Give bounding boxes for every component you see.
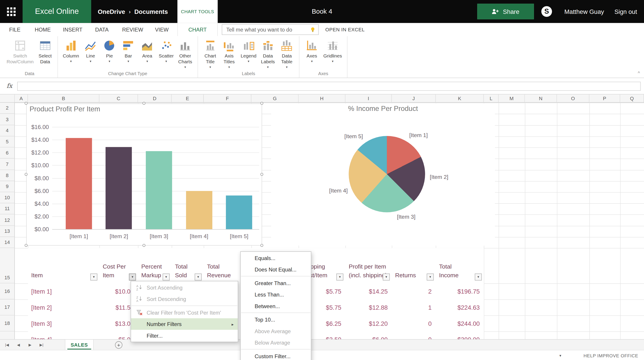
pie-chart[interactable]: % Income Per Product [Item 1][Item 2][It… bbox=[271, 104, 495, 246]
row-header-6[interactable]: 6 bbox=[0, 147, 15, 158]
row-header-5[interactable]: 5 bbox=[0, 136, 15, 148]
pie-chart-disc[interactable] bbox=[348, 136, 425, 212]
row-header-13[interactable]: 13 bbox=[0, 226, 15, 237]
ribbon-button-line[interactable]: Line▾ bbox=[82, 38, 100, 63]
menu-item-clear-filter-from-cost-per-item[interactable]: Clear Filter from 'Cost Per Item' bbox=[131, 307, 238, 318]
column-header-d[interactable]: D bbox=[138, 94, 172, 103]
column-header-a[interactable]: A bbox=[15, 94, 28, 103]
breadcrumb-onedrive[interactable]: OneDrive bbox=[98, 8, 125, 15]
ribbon-tab-data[interactable]: DATA bbox=[92, 23, 112, 36]
breadcrumb-documents[interactable]: Documents bbox=[134, 8, 168, 15]
ribbon-button-other-charts[interactable]: OtherCharts▾ bbox=[176, 38, 194, 69]
column-header-j[interactable]: J bbox=[392, 94, 436, 103]
column-header-o[interactable]: O bbox=[557, 94, 590, 103]
ribbon-tab-home[interactable]: HOME bbox=[32, 23, 54, 36]
ribbon-tab-chart[interactable]: CHART bbox=[177, 23, 218, 36]
ribbon-button-data-labels[interactable]: DataLabels▾ bbox=[259, 38, 277, 69]
bar-item-2[interactable] bbox=[106, 147, 132, 229]
chart-resize-handle[interactable] bbox=[24, 173, 28, 176]
column-header-e[interactable]: E bbox=[172, 94, 204, 103]
ribbon-tab-file[interactable]: FILE bbox=[6, 23, 23, 36]
add-sheet-button[interactable]: + bbox=[115, 341, 122, 348]
column-header-f[interactable]: F bbox=[204, 94, 251, 103]
row-header-14[interactable]: 14 bbox=[0, 237, 15, 248]
cell-B18[interactable]: [Item 3] bbox=[28, 316, 100, 332]
select-all-corner[interactable] bbox=[0, 94, 15, 103]
ribbon-button-pie[interactable]: Pie▾ bbox=[100, 38, 118, 63]
column-header-p[interactable]: P bbox=[590, 94, 620, 103]
bar-chart[interactable]: Product Profit Per Item $16.00$14.00$12.… bbox=[26, 104, 262, 246]
submenu-item-top-10[interactable]: Top 10... bbox=[240, 314, 311, 325]
bar-item-5[interactable] bbox=[226, 196, 252, 229]
submenu-item-equals[interactable]: Equals... bbox=[240, 252, 311, 264]
submenu-item-above-average[interactable]: Above Average bbox=[240, 325, 311, 337]
bar-item-4[interactable] bbox=[186, 191, 212, 229]
sheet-tab-sales[interactable]: SALES bbox=[65, 340, 94, 350]
sign-out-link[interactable]: Sign out bbox=[614, 0, 637, 23]
menu-item-sort-descending[interactable]: Sort DescendingZA bbox=[131, 293, 238, 304]
cell-B16[interactable]: [Item 1] bbox=[28, 283, 100, 300]
submenu-item-between[interactable]: Between... bbox=[240, 300, 311, 312]
first-sheet-button[interactable]: |◀ bbox=[2, 340, 12, 350]
cell-I16[interactable]: $14.25 bbox=[346, 283, 392, 300]
help-improve-office-link[interactable]: HELP IMPROVE OFFICE bbox=[584, 350, 638, 360]
row-header-10[interactable]: 10 bbox=[0, 192, 15, 204]
submenu-item-greater-than[interactable]: Greater Than... bbox=[240, 277, 311, 289]
row-header-18[interactable]: 18 bbox=[0, 316, 15, 332]
open-in-excel-button[interactable]: OPEN IN EXCEL bbox=[325, 23, 365, 36]
menu-item-sort-ascending[interactable]: Sort AscendingAZ bbox=[131, 282, 238, 293]
next-sheet-button[interactable]: ▶ bbox=[24, 340, 35, 350]
last-sheet-button[interactable]: ▶| bbox=[36, 340, 47, 350]
row-header-9[interactable]: 9 bbox=[0, 181, 15, 192]
row-header-12[interactable]: 12 bbox=[0, 214, 15, 226]
formula-input[interactable] bbox=[17, 82, 641, 91]
ribbon-tab-insert[interactable]: INSERT bbox=[61, 23, 85, 36]
filter-button-income[interactable]: ▾ bbox=[475, 274, 482, 280]
menu-item-number-filters[interactable]: Number Filters▸ bbox=[131, 318, 238, 330]
ribbon-button-axes[interactable]: Axes▾ bbox=[303, 38, 321, 63]
chart-resize-handle[interactable] bbox=[260, 173, 263, 176]
collapse-ribbon-icon[interactable]: ^ bbox=[638, 71, 640, 76]
tell-me-box[interactable] bbox=[222, 24, 319, 35]
column-header-g[interactable]: G bbox=[251, 94, 298, 103]
chart-resize-handle[interactable] bbox=[24, 102, 28, 105]
pie-chart-title[interactable]: % Income Per Product bbox=[271, 105, 495, 113]
row-header-8[interactable]: 8 bbox=[0, 170, 15, 181]
cell-K18[interactable]: $244.00 bbox=[436, 316, 484, 332]
filter-button-sold[interactable]: ▾ bbox=[195, 274, 202, 280]
ribbon-button-area[interactable]: Area▾ bbox=[138, 38, 156, 63]
column-header-b[interactable]: B bbox=[28, 94, 100, 103]
cell-B17[interactable]: [Item 2] bbox=[28, 300, 100, 316]
chart-resize-handle[interactable] bbox=[260, 102, 263, 105]
ribbon-button-select-data[interactable]: SelectData bbox=[36, 38, 54, 65]
chart-resize-handle[interactable] bbox=[142, 102, 145, 105]
column-header-q[interactable]: Q bbox=[620, 94, 644, 103]
ribbon-button-axis-titles[interactable]: AxisTitles▾ bbox=[220, 38, 238, 69]
row-header-16[interactable]: 16 bbox=[0, 283, 15, 300]
app-launcher-button[interactable] bbox=[0, 0, 22, 23]
cell-J16[interactable]: 2 bbox=[392, 283, 436, 300]
skype-icon[interactable]: S bbox=[541, 6, 552, 17]
ribbon-tab-view[interactable]: VIEW bbox=[152, 23, 172, 36]
cell-K17[interactable]: $224.63 bbox=[436, 300, 484, 316]
column-header-k[interactable]: K bbox=[436, 94, 484, 103]
filter-button-cost[interactable]: ▾ bbox=[129, 274, 136, 280]
chart-resize-handle[interactable] bbox=[142, 244, 145, 247]
row-header-15[interactable]: 15 bbox=[0, 248, 15, 283]
ribbon-button-gridlines[interactable]: Gridlines▾ bbox=[322, 38, 344, 63]
row-header-3[interactable]: 3 bbox=[0, 114, 15, 125]
submenu-item-custom-filter[interactable]: Custom Filter... bbox=[240, 350, 311, 360]
filter-button-returns[interactable]: ▾ bbox=[427, 274, 434, 280]
column-header-i[interactable]: I bbox=[346, 94, 392, 103]
menu-item-filter[interactable]: Filter... bbox=[131, 330, 238, 341]
cell-J18[interactable]: 0 bbox=[392, 316, 436, 332]
ribbon-button-chart-title[interactable]: ChartTitle▾ bbox=[201, 38, 219, 69]
filter-button-profit[interactable]: ▾ bbox=[383, 274, 390, 280]
row-header-2[interactable]: 2 bbox=[0, 103, 15, 114]
bar-item-1[interactable] bbox=[66, 138, 92, 229]
bar-item-3[interactable] bbox=[146, 151, 172, 229]
ribbon-button-bar[interactable]: Bar▾ bbox=[120, 38, 138, 63]
submenu-item-below-average[interactable]: Below Average bbox=[240, 337, 311, 348]
column-header-h[interactable]: H bbox=[298, 94, 345, 103]
user-name[interactable]: Matthew Guay bbox=[564, 0, 604, 23]
